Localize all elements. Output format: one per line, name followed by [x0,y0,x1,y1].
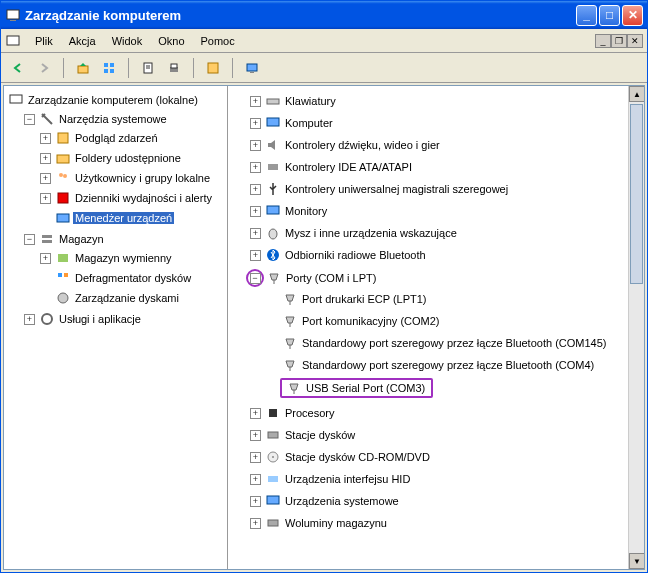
device-sound[interactable]: +Kontrolery dźwięku, wideo i gier [248,136,626,154]
refresh-button[interactable] [202,57,224,79]
event-icon [55,130,71,146]
cdrom-icon [265,449,281,465]
usb-icon [265,181,281,197]
tree-removable-storage[interactable]: +Magazyn wymienny [38,249,225,267]
expand-icon[interactable]: + [250,228,261,239]
maximize-button[interactable]: □ [599,5,620,26]
tree-shared-folders[interactable]: +Foldery udostępnione [38,149,225,167]
tree-device-manager[interactable]: Menedżer urządzeń [38,209,225,227]
device-mice[interactable]: +Mysz i inne urządzenia wskazujące [248,224,626,242]
up-button[interactable] [72,57,94,79]
removable-icon [55,250,71,266]
device-processors[interactable]: +Procesory [248,404,626,422]
scroll-up-button[interactable]: ▲ [629,86,644,102]
device-disk-drives[interactable]: +Stacje dysków [248,426,626,444]
tree-tools[interactable]: − Narzędzia systemowe [22,110,225,128]
view-button[interactable] [98,57,120,79]
properties-button[interactable] [137,57,159,79]
right-tree-pane[interactable]: +Klawiatury +Komputer +Kontrolery dźwięk… [228,86,644,569]
expand-icon[interactable]: + [250,206,261,217]
left-tree-pane[interactable]: Zarządzanie komputerem (lokalne) − Narzę… [4,86,228,569]
toolbar-separator [193,58,194,78]
expand-icon[interactable]: + [250,162,261,173]
device-monitors[interactable]: +Monitory [248,202,626,220]
device-bluetooth[interactable]: +Odbiorniki radiowe Bluetooth [248,246,626,264]
svg-rect-13 [208,63,218,73]
expand-icon[interactable]: + [40,133,51,144]
expand-icon[interactable]: + [250,452,261,463]
port-lpt1[interactable]: Port drukarki ECP (LPT1) [280,290,626,308]
tree-event-viewer[interactable]: +Podgląd zdarzeń [38,129,225,147]
vertical-scrollbar[interactable]: ▲ ▼ [628,86,644,569]
mdi-restore-button[interactable]: ❐ [611,34,627,48]
svg-rect-4 [104,63,108,67]
port-com3-highlighted[interactable]: USB Serial Port (COM3) [280,378,433,398]
expand-icon[interactable]: + [250,140,261,151]
tree-services[interactable]: +Usługi i aplikacje [22,310,225,328]
svg-rect-26 [58,273,62,277]
scroll-thumb[interactable] [630,104,643,284]
expand-icon[interactable]: + [40,173,51,184]
minimize-button[interactable]: _ [576,5,597,26]
device-ports[interactable]: − Porty (COM i LPT) [248,268,626,288]
svg-rect-17 [58,133,68,143]
defrag-icon [55,270,71,286]
close-button[interactable]: ✕ [622,5,643,26]
back-button[interactable] [7,57,29,79]
expand-icon[interactable]: + [40,153,51,164]
collapse-icon[interactable]: − [24,234,35,245]
hid-icon [265,471,281,487]
expand-icon[interactable]: + [250,496,261,507]
expand-icon[interactable]: + [250,96,261,107]
tree-users-groups[interactable]: +Użytkownicy i grupy lokalne [38,169,225,187]
tree-perf-logs[interactable]: +Dzienniki wydajności i alerty [38,189,225,207]
menu-view[interactable]: Widok [104,33,151,49]
device-ide[interactable]: +Kontrolery IDE ATA/ATAPI [248,158,626,176]
svg-rect-14 [247,64,257,71]
device-computer[interactable]: +Komputer [248,114,626,132]
port-com2[interactable]: Port komunikacyjny (COM2) [280,312,626,330]
device-usb-controllers[interactable]: +Kontrolery uniwersalnej magistrali szer… [248,180,626,198]
expand-icon[interactable]: + [250,408,261,419]
expand-icon[interactable]: + [40,253,51,264]
collapse-icon[interactable]: − [250,273,261,284]
svg-rect-42 [269,409,277,417]
computer-icon-button[interactable] [241,57,263,79]
expand-icon[interactable]: + [40,193,51,204]
print-button[interactable] [163,57,185,79]
expand-icon[interactable]: + [24,314,35,325]
scroll-down-button[interactable]: ▼ [629,553,644,569]
collapse-icon[interactable]: − [24,114,35,125]
device-keyboards[interactable]: +Klawiatury [248,92,626,110]
expand-icon[interactable]: + [250,518,261,529]
device-hid[interactable]: +Urządzenia interfejsu HID [248,470,626,488]
expand-icon[interactable]: + [250,184,261,195]
menu-file[interactable]: Plik [27,33,61,49]
menu-help[interactable]: Pomoc [193,33,243,49]
mdi-close-button[interactable]: ✕ [627,34,643,48]
port-com4[interactable]: Standardowy port szeregowy przez łącze B… [280,356,626,374]
menu-window[interactable]: Okno [150,33,192,49]
menu-action[interactable]: Akcja [61,33,104,49]
expand-icon[interactable]: + [250,118,261,129]
svg-rect-24 [42,240,52,243]
expand-icon[interactable]: + [250,474,261,485]
toolbar-separator [128,58,129,78]
expand-icon[interactable]: + [250,430,261,441]
tree-disk-mgmt[interactable]: Zarządzanie dyskami [38,289,225,307]
toolbar-separator [63,58,64,78]
tree-defrag[interactable]: Defragmentator dysków [38,269,225,287]
expand-icon[interactable]: + [250,250,261,261]
device-cdrom[interactable]: +Stacje dysków CD-ROM/DVD [248,448,626,466]
titlebar[interactable]: Zarządzanie komputerem _ □ ✕ [1,1,647,29]
tree-root[interactable]: Zarządzanie komputerem (lokalne) [6,91,225,109]
device-system[interactable]: +Urządzenia systemowe [248,492,626,510]
tree-storage[interactable]: − Magazyn [22,230,225,248]
services-icon [39,311,55,327]
svg-rect-30 [267,99,279,104]
svg-point-34 [269,229,277,239]
mdi-minimize-button[interactable]: _ [595,34,611,48]
forward-button[interactable] [33,57,55,79]
port-com145[interactable]: Standardowy port szeregowy przez łącze B… [280,334,626,352]
device-volumes[interactable]: +Woluminy magazynu [248,514,626,532]
